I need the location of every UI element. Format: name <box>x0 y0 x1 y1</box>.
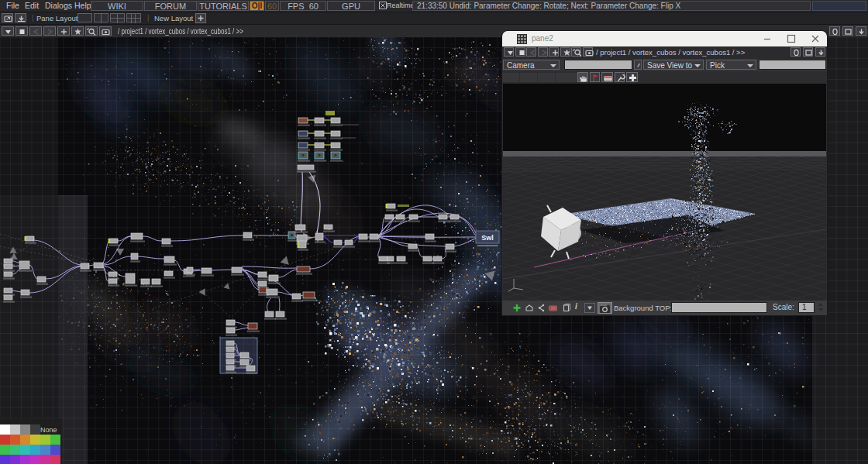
svg-text:Swl: Swl <box>481 234 494 242</box>
svg-text:None: None <box>40 426 57 434</box>
